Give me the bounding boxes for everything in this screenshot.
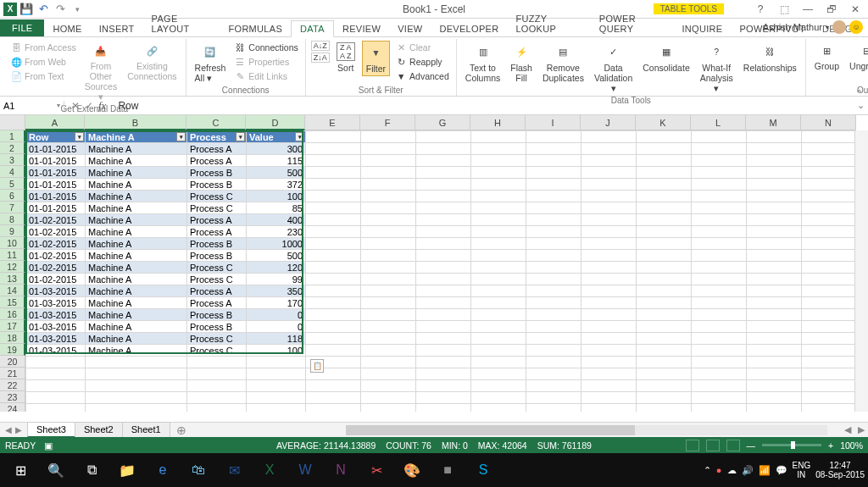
filter-dropdown-icon[interactable]: ▾ — [295, 132, 304, 141]
cell[interactable]: 01-03-2015 — [26, 309, 86, 321]
sheet-tab-sheet1[interactable]: Sheet1 — [122, 422, 170, 438]
cell[interactable]: 01-02-2015 — [26, 262, 86, 274]
table-header-machine-a[interactable]: Machine A▾ — [86, 131, 187, 143]
add-sheet-button[interactable]: ⊕ — [170, 423, 193, 437]
cell[interactable]: 01-03-2015 — [26, 333, 86, 345]
tab-review[interactable]: REVIEW — [334, 21, 389, 36]
cell[interactable]: Process C — [187, 202, 247, 214]
task-view-icon[interactable]: ⧉ — [75, 457, 108, 484]
tab-file[interactable]: FILE — [0, 19, 44, 36]
row-header-15[interactable]: 15 — [0, 296, 25, 308]
row-header-5[interactable]: 5 — [0, 178, 25, 190]
ribbon-display-button[interactable]: ⬚ — [775, 2, 793, 17]
cell[interactable]: Machine A — [86, 226, 187, 238]
cell[interactable]: Machine A — [86, 214, 187, 226]
fx-icon[interactable]: fx — [98, 99, 106, 113]
undo-icon[interactable]: ↶ — [36, 2, 51, 17]
action-center-icon[interactable]: 💬 — [776, 465, 787, 476]
unknown-app-icon[interactable]: ■ — [431, 457, 465, 484]
cell[interactable]: 300 — [247, 143, 306, 155]
sort-asc-button[interactable]: A↓Z — [311, 41, 330, 51]
excel-taskbar-icon[interactable]: X — [253, 457, 287, 484]
start-button[interactable]: ⊞ — [3, 457, 37, 484]
col-header-L[interactable]: L — [691, 115, 746, 130]
expand-formula-bar-icon[interactable]: ⌄ — [853, 100, 868, 111]
col-header-G[interactable]: G — [415, 115, 470, 130]
properties-button[interactable]: ☰Properties — [232, 55, 299, 69]
tray-language[interactable]: ENG — [793, 461, 811, 470]
qat-customize-icon[interactable]: ▾ — [70, 2, 85, 17]
tray-time[interactable]: 12:47 — [815, 461, 865, 470]
cell[interactable]: Machine A — [86, 191, 187, 202]
from-access-button[interactable]: 🗄From Access — [8, 41, 78, 54]
clear-filter-button[interactable]: ✕Clear — [393, 41, 451, 54]
next-sheet-icon[interactable]: ▶ — [15, 425, 22, 434]
filter-dropdown-icon[interactable]: ▾ — [236, 132, 245, 141]
cell[interactable]: 01-01-2015 — [26, 191, 86, 202]
cell[interactable]: Machine A — [86, 285, 187, 297]
skype-icon[interactable]: S — [466, 457, 500, 484]
col-header-A[interactable]: A — [25, 115, 85, 130]
snipping-tool-icon[interactable]: ✂ — [359, 457, 393, 484]
col-header-K[interactable]: K — [636, 115, 691, 130]
cell[interactable]: 1000 — [247, 238, 306, 250]
tab-home[interactable]: HOME — [44, 21, 90, 36]
cell[interactable]: Process B — [187, 238, 247, 250]
edit-links-button[interactable]: ✎Edit Links — [232, 69, 299, 83]
row-header-1[interactable]: 1 — [0, 130, 25, 142]
cell[interactable]: 500 — [247, 250, 306, 262]
zoom-slider[interactable] — [762, 444, 821, 446]
cell[interactable]: Process B — [187, 179, 247, 191]
from-text-button[interactable]: 📄From Text — [8, 69, 78, 83]
cell[interactable]: 01-03-2015 — [26, 285, 86, 297]
row-header-7[interactable]: 7 — [0, 202, 25, 213]
cell[interactable]: Machine A — [86, 179, 187, 191]
formula-input[interactable]: Row — [113, 100, 853, 112]
relationships-button[interactable]: ⛓Relationships — [740, 41, 800, 75]
scroll-right-icon[interactable]: ▶ — [854, 424, 868, 435]
tab-view[interactable]: VIEW — [389, 21, 431, 36]
cell[interactable]: 500 — [247, 167, 306, 179]
cell[interactable]: 0 — [247, 321, 306, 333]
user-area[interactable]: Ashish Mathur ▾ ☺ — [763, 20, 863, 34]
ungroup-button[interactable]: ⊟Ungroup — [846, 41, 868, 73]
connections-button[interactable]: ⛓Connections — [232, 41, 299, 54]
col-header-H[interactable]: H — [470, 115, 526, 130]
filter-button[interactable]: ▼Filter — [362, 41, 390, 76]
cell[interactable]: 01-01-2015 — [26, 202, 86, 214]
table-header-process[interactable]: Process▾ — [187, 131, 247, 143]
file-explorer-icon[interactable]: 📁 — [110, 457, 144, 484]
cell[interactable]: 01-01-2015 — [26, 167, 86, 179]
what-if-button[interactable]: ?What-If Analysis ▾ — [697, 41, 737, 95]
tab-developer[interactable]: DEVELOPER — [431, 21, 507, 36]
cell[interactable]: Machine A — [86, 202, 187, 214]
cell[interactable]: Process A — [187, 226, 247, 238]
sheet-tab-sheet3[interactable]: Sheet3 — [27, 422, 75, 438]
cell[interactable]: 99 — [247, 274, 306, 285]
table-header-value[interactable]: Value▾ — [247, 131, 306, 143]
cell[interactable]: 115 — [247, 155, 306, 167]
consolidate-button[interactable]: ▦Consolidate — [639, 41, 693, 75]
close-button[interactable]: ✕ — [846, 2, 865, 17]
row-header-6[interactable]: 6 — [0, 190, 25, 202]
cell[interactable]: Process B — [187, 321, 247, 333]
cell[interactable]: Machine A — [86, 238, 187, 250]
macro-record-icon[interactable]: ▣ — [44, 440, 53, 451]
cell[interactable]: 01-02-2015 — [26, 238, 86, 250]
paint-icon[interactable]: 🎨 — [395, 457, 429, 484]
cell[interactable]: Machine A — [86, 274, 187, 285]
cell[interactable]: Process B — [187, 167, 247, 179]
refresh-all-button[interactable]: 🔄Refresh All ▾ — [192, 41, 230, 85]
tab-page-layout[interactable]: PAGE LAYOUT — [143, 11, 220, 36]
row-header-20[interactable]: 20 — [0, 356, 25, 368]
cell[interactable]: Machine A — [86, 321, 187, 333]
select-all-corner[interactable] — [0, 115, 25, 130]
cancel-formula-icon[interactable]: ✕ — [71, 100, 80, 112]
save-icon[interactable]: 💾 — [19, 2, 34, 17]
tab-inquire[interactable]: INQUIRE — [674, 21, 732, 36]
worksheet-grid[interactable]: ABCDEFGHIJKLMN 1234567891011121314151617… — [0, 115, 868, 412]
col-header-C[interactable]: C — [186, 115, 246, 130]
cell[interactable]: 01-02-2015 — [26, 274, 86, 285]
cell[interactable]: Process A — [187, 143, 247, 155]
cell[interactable]: Process A — [187, 155, 247, 167]
